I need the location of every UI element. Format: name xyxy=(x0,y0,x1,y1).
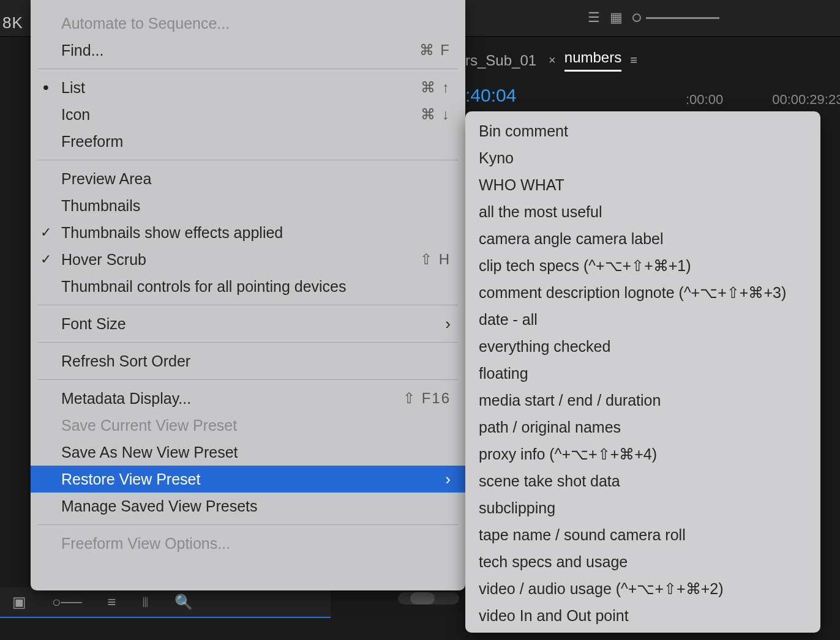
preset-comment-description-lognote[interactable]: comment description lognote (^+⌥+⇧+⌘+3) xyxy=(465,279,820,306)
menu-separator xyxy=(38,305,458,305)
check-icon: ✓ xyxy=(40,251,51,267)
menu-separator xyxy=(38,524,458,525)
menuitem-label: Refresh Sort Order xyxy=(61,352,190,370)
menuitem-thumbnail-controls-pointing[interactable]: Thumbnail controls for all pointing devi… xyxy=(31,273,465,300)
timeline-scrollbar-thumb[interactable] xyxy=(410,592,435,605)
preset-camera-angle-label[interactable]: camera angle camera label xyxy=(465,225,820,252)
preset-who-what[interactable]: WHO WHAT xyxy=(465,171,820,198)
preset-floating[interactable]: floating xyxy=(465,360,820,387)
sort-icon[interactable]: ⫴ xyxy=(142,593,149,611)
list-icon[interactable]: ≡ xyxy=(108,593,116,611)
preset-scene-take-shot-data[interactable]: scene take shot data xyxy=(465,467,820,494)
list-view-icon[interactable]: ☰ xyxy=(588,10,600,26)
menu-separator xyxy=(38,379,458,380)
close-icon[interactable]: × xyxy=(549,53,556,67)
menuitem-preview-area[interactable]: Preview Area xyxy=(31,165,465,192)
menuitem-icon[interactable]: Icon ⌘ ↓ xyxy=(31,101,465,128)
zoom-slider-icon[interactable]: ○── xyxy=(52,593,82,611)
menuitem-label: tape name / sound camera roll xyxy=(479,526,686,544)
menuitem-save-as-new-view-preset[interactable]: Save As New View Preset xyxy=(31,439,465,466)
menuitem-label: Icon xyxy=(61,106,90,124)
menuitem-label: scene take shot data xyxy=(479,472,620,490)
menuitem-label: comment description lognote (^+⌥+⇧+⌘+3) xyxy=(479,284,786,302)
tab-numbers[interactable]: numbers xyxy=(564,49,621,72)
menuitem-label: video / audio usage (^+⌥+⇧+⌘+2) xyxy=(479,580,723,598)
preset-all-most-useful[interactable]: all the most useful xyxy=(465,198,820,225)
menuitem-label: Save Current View Preset xyxy=(61,417,237,434)
menuitem-label: clip tech specs (^+⌥+⇧+⌘+1) xyxy=(479,257,691,275)
menuitem-freeform[interactable]: Freeform xyxy=(31,128,465,155)
check-icon: ✓ xyxy=(40,225,51,240)
bin-icon[interactable]: ▣ xyxy=(12,593,26,611)
menuitem-label: floating xyxy=(479,365,528,382)
format-label: 8K xyxy=(2,13,23,32)
search-icon[interactable]: 🔍 xyxy=(174,593,193,611)
panel-context-menu: Automate to Sequence... Find... ⌘ F • Li… xyxy=(31,0,465,590)
menuitem-label: Freeform xyxy=(61,133,123,151)
menu-separator xyxy=(38,69,458,69)
menuitem-label: proxy info (^+⌥+⇧+⌘+4) xyxy=(479,445,657,463)
menuitem-label: Restore View Preset xyxy=(61,471,200,488)
panel-menu-icon[interactable]: ≡ xyxy=(630,53,637,67)
view-controls: ☰ ▦ xyxy=(588,10,719,26)
menu-separator xyxy=(38,342,458,343)
preset-everything-checked[interactable]: everything checked xyxy=(465,333,820,360)
preset-tech-specs-usage[interactable]: tech specs and usage xyxy=(465,548,820,575)
menuitem-label: media start / end / duration xyxy=(479,392,661,409)
menuitem-label: all the most useful xyxy=(479,203,602,221)
shortcut-label: ⇧ H xyxy=(420,251,451,268)
menuitem-label: Bin comment xyxy=(479,122,568,140)
menuitem-thumbnails[interactable]: Thumbnails xyxy=(31,192,465,219)
shortcut-label: ⌘ ↓ xyxy=(421,106,451,123)
tab-partial-label[interactable]: rs_Sub_01 xyxy=(465,52,536,69)
menuitem-label: Save As New View Preset xyxy=(61,444,238,461)
preset-video-audio-usage[interactable]: video / audio usage (^+⌥+⇧+⌘+2) xyxy=(465,575,820,602)
zoom-slider[interactable] xyxy=(632,13,719,22)
menuitem-label: Find... xyxy=(61,42,103,59)
menuitem-label: Metadata Display... xyxy=(61,390,191,407)
menuitem-save-current-view-preset: Save Current View Preset xyxy=(31,412,465,439)
menuitem-label: Automate to Sequence... xyxy=(61,15,230,32)
menuitem-manage-saved-view-presets[interactable]: Manage Saved View Presets xyxy=(31,493,465,519)
preset-clip-tech-specs[interactable]: clip tech specs (^+⌥+⇧+⌘+1) xyxy=(465,252,820,279)
menuitem-refresh-sort[interactable]: Refresh Sort Order xyxy=(31,348,465,374)
menuitem-label: Hover Scrub xyxy=(61,251,146,269)
preset-proxy-info[interactable]: proxy info (^+⌥+⇧+⌘+4) xyxy=(465,441,820,467)
shortcut-label: ⇧ F16 xyxy=(403,390,451,407)
project-bottom-bar: ▣ ○── ≡ ⫴ 🔍 xyxy=(0,587,331,618)
menuitem-metadata-display[interactable]: Metadata Display... ⇧ F16 xyxy=(31,385,465,412)
preset-media-start-end-duration[interactable]: media start / end / duration xyxy=(465,387,820,414)
timeline-tabs: rs_Sub_01 × numbers ≡ xyxy=(465,49,637,72)
menuitem-label: List xyxy=(61,79,85,97)
menuitem-label: subclipping xyxy=(479,499,555,517)
menuitem-label: Manage Saved View Presets xyxy=(61,497,258,515)
menuitem-restore-view-preset[interactable]: Restore View Preset › xyxy=(31,466,465,493)
ruler-tick-label: :00:00 xyxy=(686,92,723,108)
preset-tape-sound-camera-roll[interactable]: tape name / sound camera roll xyxy=(465,521,820,548)
slider-track xyxy=(646,17,719,19)
menuitem-thumbnails-show-effects[interactable]: ✓ Thumbnails show effects applied xyxy=(31,219,465,246)
menuitem-find[interactable]: Find... ⌘ F xyxy=(31,37,465,64)
slider-thumb-icon[interactable] xyxy=(632,13,641,22)
grid-view-icon[interactable]: ▦ xyxy=(610,10,623,26)
chevron-right-icon: › xyxy=(445,314,451,333)
menuitem-label: Thumbnail controls for all pointing devi… xyxy=(61,278,347,296)
menuitem-label: WHO WHAT xyxy=(479,176,564,194)
menuitem-label: Freeform View Options... xyxy=(61,535,230,553)
preset-video-in-out-point[interactable]: video In and Out point xyxy=(465,602,820,629)
preset-date-all[interactable]: date - all xyxy=(465,306,820,333)
time-ruler[interactable]: :00:00 00:00:29:23 xyxy=(686,92,840,108)
menuitem-list[interactable]: • List ⌘ ↑ xyxy=(31,74,465,101)
preset-bin-comment[interactable]: Bin comment xyxy=(465,117,820,144)
timecode-display[interactable]: :40:04 xyxy=(465,85,516,106)
menuitem-font-size[interactable]: Font Size › xyxy=(31,310,465,337)
menuitem-label: Kyno xyxy=(479,149,514,167)
menuitem-hover-scrub[interactable]: ✓ Hover Scrub ⇧ H xyxy=(31,246,465,273)
menuitem-label: camera angle camera label xyxy=(479,230,664,248)
preset-path-original-names[interactable]: path / original names xyxy=(465,414,820,441)
shortcut-label: ⌘ F xyxy=(419,42,451,59)
menuitem-label: Thumbnails xyxy=(61,197,140,215)
menuitem-label: Font Size xyxy=(61,315,126,333)
preset-subclipping[interactable]: subclipping xyxy=(465,494,820,521)
preset-kyno[interactable]: Kyno xyxy=(465,144,820,171)
